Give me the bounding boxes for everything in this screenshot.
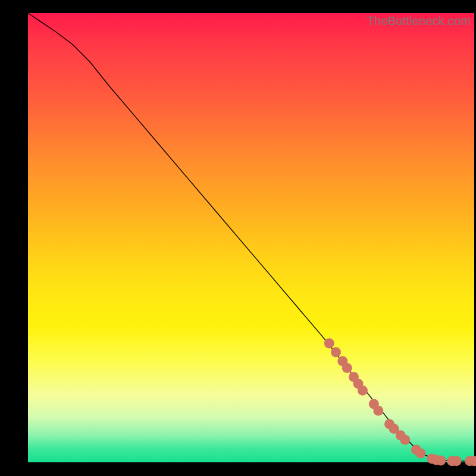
data-point-p4: [342, 363, 352, 373]
data-point-p7: [358, 386, 368, 396]
plot-area: TheBottleneck.com: [28, 13, 474, 462]
data-point-p9: [373, 406, 383, 416]
bottleneck-curve: [28, 13, 474, 461]
data-point-p20: [452, 456, 462, 466]
data-point-p18: [436, 456, 446, 466]
chart-overlay: [28, 13, 474, 462]
data-point-p1: [324, 338, 334, 348]
data-point-p2: [331, 347, 341, 358]
data-point-p15: [416, 448, 426, 458]
chart-stage: TheBottleneck.com: [0, 0, 476, 476]
data-points: [324, 338, 476, 466]
data-point-p13: [400, 435, 410, 445]
